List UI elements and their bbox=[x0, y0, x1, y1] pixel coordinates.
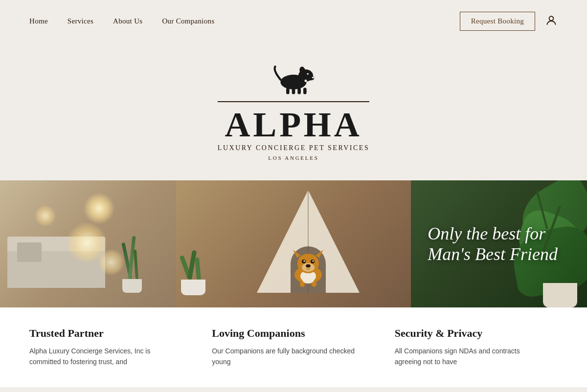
nav-actions: Request Booking bbox=[460, 12, 558, 31]
logo-divider bbox=[218, 101, 369, 102]
logo-city: LOS ANGELES bbox=[268, 155, 318, 161]
nav-companions[interactable]: Our Companions bbox=[162, 17, 214, 25]
svg-point-21 bbox=[313, 261, 314, 262]
svg-point-22 bbox=[306, 264, 311, 268]
svg-rect-9 bbox=[286, 88, 290, 94]
feature-security: Security & Privacy All Companions sign N… bbox=[395, 327, 558, 368]
svg-point-0 bbox=[549, 16, 554, 21]
svg-rect-7 bbox=[297, 88, 301, 94]
feature-loving-title: Loving Companions bbox=[212, 327, 365, 340]
svg-point-5 bbox=[307, 73, 309, 75]
feature-trusted-title: Trusted Partner bbox=[29, 327, 182, 340]
logo-subtitle: LUXURY CONCIERGE PET SERVICES bbox=[218, 144, 369, 152]
user-icon[interactable] bbox=[545, 14, 558, 29]
logo-section: ALPHA LUXURY CONCIERGE PET SERVICES LOS … bbox=[0, 43, 587, 180]
feature-loving: Loving Companions Our Companions are ful… bbox=[212, 327, 375, 368]
request-booking-button[interactable]: Request Booking bbox=[460, 12, 535, 31]
front-plant bbox=[181, 280, 205, 295]
svg-marker-16 bbox=[293, 250, 301, 258]
bokeh-light-3 bbox=[34, 205, 56, 227]
nav-home[interactable]: Home bbox=[29, 17, 48, 25]
svg-point-6 bbox=[312, 77, 315, 78]
feature-security-title: Security & Privacy bbox=[395, 327, 548, 340]
nav-about[interactable]: About Us bbox=[113, 17, 142, 25]
feature-loving-text: Our Companions are fully background chec… bbox=[212, 346, 365, 368]
svg-point-25 bbox=[302, 276, 314, 283]
feature-security-text: All Companions sign NDAs and contracts a… bbox=[395, 346, 548, 368]
feature-trusted: Trusted Partner Alpha Luxury Concierge S… bbox=[29, 327, 192, 368]
navigation: Home Services About Us Our Companions Re… bbox=[0, 0, 587, 43]
nav-links: Home Services About Us Our Companions bbox=[29, 17, 215, 25]
logo-title: ALPHA bbox=[225, 107, 362, 142]
dog-icon bbox=[269, 57, 318, 98]
bokeh-light-1 bbox=[83, 193, 115, 224]
svg-marker-17 bbox=[316, 250, 323, 258]
feature-trusted-text: Alpha Luxury Concierge Services, Inc is … bbox=[29, 346, 182, 368]
bokeh-light-4 bbox=[98, 249, 125, 276]
features-section: Trusted Partner Alpha Luxury Concierge S… bbox=[0, 307, 587, 387]
corgi bbox=[286, 248, 330, 289]
svg-point-20 bbox=[304, 261, 305, 262]
banner-tagline: Only the best for Man's Best Friend bbox=[428, 223, 558, 264]
svg-rect-8 bbox=[303, 88, 307, 94]
nav-services[interactable]: Services bbox=[68, 17, 93, 25]
snake-plant bbox=[122, 279, 142, 293]
svg-point-11 bbox=[305, 80, 307, 82]
svg-rect-10 bbox=[292, 88, 295, 94]
banner-center-section bbox=[176, 180, 440, 307]
large-pot bbox=[543, 283, 577, 307]
hero-banner: Only the best for Man's Best Friend bbox=[0, 180, 587, 307]
